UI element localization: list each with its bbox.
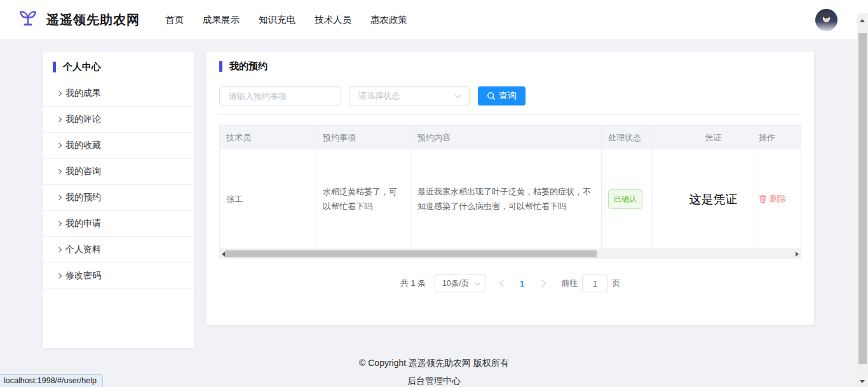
query-button[interactable]: 查询 bbox=[478, 86, 526, 105]
status-select[interactable]: 请选择状态 bbox=[349, 86, 470, 105]
nav-item-technicians[interactable]: 技术人员 bbox=[306, 8, 360, 32]
status-badge: 已确认 bbox=[608, 189, 642, 209]
sidebar-item-my-applications[interactable]: 我的申请 bbox=[43, 211, 194, 237]
col-header-content: 预约内容 bbox=[411, 126, 602, 149]
page-size-select[interactable]: 10条/页 bbox=[435, 275, 485, 292]
copyright-text: © Copyright 遥遥领先助农网 版权所有 bbox=[0, 356, 868, 370]
cell-technician: 张工 bbox=[220, 149, 316, 248]
sidebar-item-my-comments[interactable]: 我的评论 bbox=[43, 107, 194, 133]
chevron-right-icon bbox=[57, 143, 62, 148]
table-row: 张工 水稻泛黄枯萎了，可以帮忙看下吗 最近我家水稻出现了叶子泛黄，枯萎的症状，不… bbox=[220, 149, 801, 248]
col-header-action: 操作 bbox=[752, 126, 801, 149]
accent-bar bbox=[53, 62, 56, 72]
goto-page-input[interactable] bbox=[582, 275, 607, 292]
chevron-right-icon bbox=[57, 91, 62, 96]
col-header-voucher: 凭证 bbox=[653, 126, 752, 149]
appointments-table: 技术员 预约事项 预约内容 处理状态 凭证 操作 张工 水稻泛黄枯萎了，可以帮忙… bbox=[219, 125, 801, 259]
cell-content: 最近我家水稻出现了叶子泛黄，枯萎的症状，不知道感染了什么病虫害，可以帮忙看下吗 bbox=[411, 149, 602, 248]
voucher-text: 这是凭证 bbox=[689, 192, 738, 207]
cell-action: 删除 bbox=[752, 149, 801, 248]
search-toolbar: 请选择状态 查询 bbox=[219, 86, 801, 105]
sidebar-item-my-achievements[interactable]: 我的成果 bbox=[43, 81, 194, 107]
chevron-right-icon bbox=[57, 247, 62, 252]
chevron-right-icon bbox=[57, 273, 62, 278]
cell-voucher: 这是凭证 bbox=[653, 149, 752, 248]
chevron-right-icon bbox=[57, 117, 62, 122]
nav-item-knowledge[interactable]: 知识充电 bbox=[250, 8, 304, 32]
scroll-up-arrow-icon[interactable] bbox=[860, 19, 865, 22]
divider bbox=[219, 114, 801, 115]
accent-bar bbox=[219, 61, 222, 72]
sidebar-item-profile[interactable]: 个人资料 bbox=[43, 237, 194, 263]
total-count: 共 1 条 bbox=[400, 278, 426, 289]
scroll-right-arrow-icon[interactable] bbox=[796, 252, 799, 257]
sidebar-item-my-consultations[interactable]: 我的咨询 bbox=[43, 159, 194, 185]
chevron-right-icon bbox=[57, 221, 62, 226]
chevron-down-icon bbox=[475, 280, 480, 285]
sidebar-title: 个人中心 bbox=[43, 51, 194, 81]
table-horizontal-scrollbar bbox=[220, 248, 801, 258]
nav-item-home[interactable]: 首页 bbox=[156, 8, 193, 32]
sidebar-item-my-favorites[interactable]: 我的收藏 bbox=[43, 133, 194, 159]
trash-icon bbox=[759, 194, 767, 203]
admin-center-link[interactable]: 后台管理中心 bbox=[407, 376, 461, 387]
page-content: 个人中心 我的成果 我的评论 我的收藏 我的咨询 我的预约 我的申请 个人资料 bbox=[0, 40, 868, 348]
col-header-technician: 技术员 bbox=[220, 126, 316, 149]
sidebar: 个人中心 我的成果 我的评论 我的收藏 我的咨询 我的预约 我的申请 个人资料 bbox=[43, 51, 194, 348]
col-header-matter: 预约事项 bbox=[316, 126, 411, 149]
nav-item-policies[interactable]: 惠农政策 bbox=[362, 8, 416, 32]
vertical-scrollbar bbox=[857, 13, 868, 387]
brand-title: 遥遥领先助农网 bbox=[46, 11, 140, 29]
chevron-right-icon bbox=[57, 195, 62, 200]
table-header-row: 技术员 预约事项 预约内容 处理状态 凭证 操作 bbox=[220, 126, 801, 149]
page-unit-label: 页 bbox=[612, 278, 620, 289]
scroll-down-arrow-icon[interactable] bbox=[860, 380, 865, 383]
appointment-search-input[interactable] bbox=[219, 86, 341, 105]
magnifier-icon bbox=[487, 92, 496, 100]
section-title: 我的预约 bbox=[219, 60, 801, 72]
top-navbar: 遥遥领先助农网 首页 成果展示 知识充电 技术人员 惠农政策 bbox=[0, 0, 868, 40]
sidebar-item-my-appointments[interactable]: 我的预约 bbox=[43, 185, 194, 211]
my-appointments-panel: 我的预约 请选择状态 查询 技术员 bbox=[207, 51, 814, 325]
delete-button[interactable]: 删除 bbox=[759, 193, 786, 205]
page-footer: © Copyright 遥遥领先助农网 版权所有 后台管理中心 bbox=[0, 356, 868, 387]
cell-matter: 水稻泛黄枯萎了，可以帮忙看下吗 bbox=[316, 149, 411, 248]
next-page-button[interactable] bbox=[539, 280, 546, 287]
col-header-status: 处理状态 bbox=[602, 126, 653, 149]
chevron-down-icon bbox=[455, 92, 461, 98]
goto-label: 前往 bbox=[561, 278, 578, 289]
sidebar-item-change-password[interactable]: 修改密码 bbox=[43, 263, 194, 289]
vertical-scrollbar-thumb[interactable] bbox=[858, 33, 867, 364]
sprout-icon bbox=[18, 8, 38, 31]
nav-item-achievements[interactable]: 成果展示 bbox=[194, 8, 248, 32]
pagination: 共 1 条 10条/页 1 前往 页 bbox=[219, 275, 801, 292]
horizontal-scrollbar-thumb[interactable] bbox=[225, 250, 597, 257]
cell-status: 已确认 bbox=[602, 149, 653, 248]
link-preview-statusbar: localhost:1998/#/user/help bbox=[0, 374, 103, 387]
current-page[interactable]: 1 bbox=[520, 279, 524, 289]
chevron-right-icon bbox=[57, 169, 62, 174]
prev-page-button[interactable] bbox=[499, 280, 506, 287]
user-avatar[interactable] bbox=[815, 9, 837, 31]
main-nav: 首页 成果展示 知识充电 技术人员 惠农政策 bbox=[156, 8, 417, 32]
brand-logo[interactable]: 遥遥领先助农网 bbox=[18, 8, 140, 31]
